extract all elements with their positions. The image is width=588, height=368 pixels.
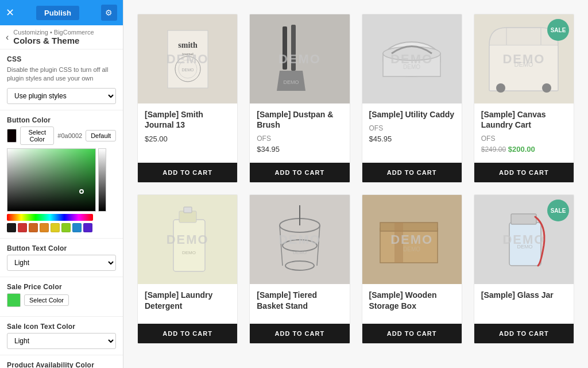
- css-description: Disable the plugin CSS to turn off all p…: [7, 66, 116, 83]
- color-swatch-dot[interactable]: [51, 223, 60, 232]
- svg-rect-6: [291, 25, 296, 71]
- sale-badge: SALE: [547, 19, 569, 41]
- css-section: CSS Disable the plugin CSS to turn off a…: [0, 49, 123, 110]
- button-color-section: Button Color Select Color #0a0002 Defaul…: [0, 110, 123, 239]
- svg-point-18: [542, 83, 551, 93]
- sidebar-breadcrumb-area: ‹ Customizing • BigCommerce Colors & The…: [0, 25, 123, 49]
- sidebar-header: ✕ Publish ⚙: [0, 0, 123, 25]
- button-select-color-button[interactable]: Select Color: [20, 126, 54, 145]
- sidebar: ✕ Publish ⚙ ‹ Customizing • BigCommerce …: [0, 0, 123, 368]
- product-card: smith journal DEMO DEMO [Sample] Smith J…: [137, 14, 238, 183]
- sale-price-color-section: Sale Price Color Select Color: [0, 277, 123, 317]
- button-hex-value: #0a0002: [57, 132, 82, 139]
- sale-price: $200.00: [508, 145, 535, 154]
- product-ofs: OFS: [257, 135, 342, 143]
- svg-text:DEMO: DEMO: [181, 68, 194, 72]
- product-name: [Sample] Smith Journal 13: [145, 109, 230, 130]
- svg-rect-32: [380, 223, 438, 231]
- svg-text:DEMO: DEMO: [293, 250, 307, 255]
- back-button[interactable]: ‹: [6, 32, 9, 43]
- breadcrumb: Customizing • BigCommerce: [13, 29, 94, 36]
- product-price: $34.95: [257, 145, 342, 154]
- product-info: [Sample] Tiered Basket Stand: [250, 284, 349, 319]
- product-name: [Sample] Wooden Storage Box: [369, 290, 455, 310]
- color-swatch-dot[interactable]: [40, 223, 49, 232]
- button-text-color-select[interactable]: Light: [7, 255, 116, 271]
- brightness-slider[interactable]: [98, 148, 106, 212]
- color-swatch-dot[interactable]: [18, 223, 27, 232]
- sale-price-swatch[interactable]: [7, 293, 21, 307]
- svg-text:journal: journal: [181, 52, 194, 56]
- button-text-color-section: Button Text Color Light: [0, 239, 123, 277]
- breadcrumb-info: Customizing • BigCommerce Colors & Theme: [13, 29, 94, 45]
- hue-bar[interactable]: [7, 214, 93, 221]
- sale-price-select-color-button[interactable]: Select Color: [24, 294, 69, 306]
- product-image: DEMO DEMO: [362, 14, 462, 103]
- product-name: [Sample] Tiered Basket Stand: [257, 290, 342, 310]
- product-name: [Sample] Canvas Laundry Cart: [481, 109, 567, 130]
- product-card: DEMO DEMO [Sample] Dustpan & Brush OFS $…: [249, 14, 350, 183]
- product-name: [Sample] Laundry Detergent: [145, 290, 230, 310]
- color-swatch-dot[interactable]: [7, 223, 16, 232]
- button-color-swatch[interactable]: [7, 129, 17, 143]
- color-picker[interactable]: [7, 148, 116, 232]
- svg-point-26: [285, 261, 314, 270]
- button-color-row: Select Color #0a0002 Default: [7, 126, 116, 145]
- original-price: $249.00: [481, 145, 506, 154]
- css-label: CSS: [7, 55, 116, 63]
- gradient-main[interactable]: [7, 148, 96, 212]
- svg-rect-7: [283, 26, 287, 70]
- add-to-cart-button[interactable]: ADD TO CART: [138, 163, 237, 182]
- product-card: DEMO SALE DEMO [Sample] Canvas Laundry C…: [474, 14, 574, 183]
- product-card: DEMO DEMO [Sample] Wooden Storage Box AD…: [362, 194, 462, 343]
- color-swatch-dot[interactable]: [29, 223, 38, 232]
- product-info: [Sample] Laundry Detergent: [138, 284, 237, 319]
- sale-price-color-row: Select Color: [7, 293, 116, 307]
- button-color-label: Button Color: [7, 116, 116, 124]
- gradient-wrapper: [7, 148, 110, 212]
- product-name: [Sample] Glass Jar: [481, 290, 567, 300]
- color-swatches-row: [7, 223, 110, 232]
- add-to-cart-button[interactable]: ADD TO CART: [250, 324, 349, 343]
- svg-rect-36: [511, 214, 536, 224]
- product-info: [Sample] Dustpan & Brush OFS $34.95: [250, 103, 349, 158]
- color-swatch-dot[interactable]: [61, 223, 71, 232]
- product-ofs: OFS: [481, 135, 567, 143]
- product-image: DEMO SALE DEMO: [474, 195, 574, 284]
- svg-text:DEMO: DEMO: [403, 64, 420, 70]
- product-card: DEMO DEMO [Sample] Tiered Basket Stand A…: [249, 194, 350, 343]
- product-name: [Sample] Utility Caddy: [369, 109, 455, 120]
- add-to-cart-button[interactable]: ADD TO CART: [362, 163, 462, 182]
- svg-text:DEMO: DEMO: [403, 246, 420, 252]
- product-card: DEMO DEMO [Sample] Utility Caddy OFS $45…: [362, 14, 462, 183]
- add-to-cart-button[interactable]: ADD TO CART: [250, 163, 349, 182]
- svg-rect-33: [394, 223, 403, 263]
- product-name: [Sample] Dustpan & Brush: [257, 109, 342, 130]
- svg-text:DEMO: DEMO: [182, 250, 196, 255]
- sale-icon-text-color-label: Sale Icon Text Color: [7, 323, 116, 331]
- plugin-style-select[interactable]: Use plugin styles: [7, 88, 116, 104]
- publish-button[interactable]: Publish: [36, 6, 79, 20]
- product-image: DEMO DEMO: [362, 195, 462, 284]
- color-swatch-dot[interactable]: [83, 223, 92, 232]
- sale-icon-text-color-select[interactable]: Light: [7, 333, 116, 349]
- product-image: smith journal DEMO DEMO: [138, 14, 237, 103]
- add-to-cart-button[interactable]: ADD TO CART: [362, 324, 462, 343]
- button-default-button[interactable]: Default: [86, 130, 116, 141]
- hue-bar-wrap: [7, 214, 116, 221]
- product-info: [Sample] Wooden Storage Box: [362, 284, 462, 319]
- products-grid: smith journal DEMO DEMO [Sample] Smith J…: [137, 14, 574, 344]
- color-swatch-dot[interactable]: [72, 223, 82, 232]
- add-to-cart-button[interactable]: ADD TO CART: [474, 324, 574, 343]
- close-sidebar-button[interactable]: ✕: [6, 7, 14, 18]
- svg-text:DEMO: DEMO: [283, 79, 299, 85]
- svg-rect-31: [380, 228, 438, 263]
- sale-icon-text-color-section: Sale Icon Text Color Light: [0, 317, 123, 355]
- sale-badge: SALE: [547, 200, 569, 221]
- add-to-cart-button[interactable]: ADD TO CART: [138, 324, 237, 343]
- add-to-cart-button[interactable]: ADD TO CART: [474, 163, 574, 182]
- sale-price-color-label: Sale Price Color: [7, 283, 116, 291]
- gear-button[interactable]: ⚙: [101, 5, 117, 21]
- product-availability-color-section: Product Availability Color Select Color: [0, 355, 123, 368]
- svg-text:DEMO: DEMO: [517, 244, 533, 250]
